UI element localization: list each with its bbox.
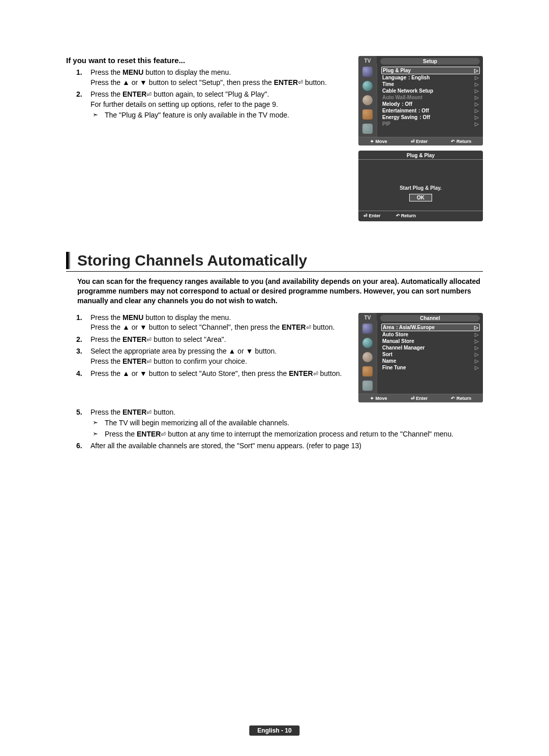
osd-setup-panel: TV Setup Plug & Play▷Language : English▷…	[358, 56, 483, 146]
osd-setup-hints: ✦ Move ⏎ Enter ↶ Return	[358, 137, 483, 146]
s2-step-3: Select the appropriate area by pressing …	[76, 346, 348, 366]
enter-icon	[146, 357, 151, 365]
chevron-right-icon: ▷	[475, 358, 479, 364]
osd-menu-item: Melody : Off▷	[381, 101, 480, 107]
enter-icon	[306, 323, 311, 331]
channel-icon	[362, 95, 373, 105]
setup-icon	[362, 109, 373, 120]
osd-plugplay-panel: Plug & Play Start Plug & Play. OK ⏎ Ente…	[358, 151, 483, 221]
reset-instructions: If you want to reset this feature... Pre…	[66, 56, 348, 221]
osd-channel-hints: ✦ Move ⏎ Enter ↶ Return	[358, 394, 483, 402]
s2-note-2: Press the ENTER button at any time to in…	[90, 429, 483, 440]
reset-step-2: Press the ENTER button again, to select …	[76, 90, 348, 121]
osd-menu-item: PIP▷	[381, 121, 480, 127]
osd-menu-item: Area : Asia/W.Europe▷	[381, 324, 480, 331]
chevron-right-icon: ▷	[475, 88, 479, 94]
section-intro: You can scan for the frequency ranges av…	[66, 277, 483, 306]
osd-menu-item: Manual Store▷	[381, 338, 480, 344]
osd-menu-item: Cable Network Setup▷	[381, 88, 480, 94]
osd-tv-label: TV	[358, 313, 377, 321]
s2-step-4: Press the ▲ or ▼ button to select "Auto …	[76, 369, 348, 379]
picture-icon	[362, 67, 373, 77]
osd-sidebar-icons	[358, 64, 377, 137]
chevron-right-icon: ▷	[475, 365, 479, 370]
osd-tv-label: TV	[358, 56, 377, 64]
osd-menu-item: Auto Wall-Mount▷	[381, 94, 480, 101]
osd-menu-item: Entertainment : Off▷	[381, 107, 480, 114]
reset-heading: If you want to reset this feature...	[66, 56, 348, 65]
sound-icon	[362, 81, 373, 91]
enter-icon	[313, 369, 318, 377]
osd-menu-item: Name▷	[381, 358, 480, 364]
osd-menu-item: Sort▷	[381, 351, 480, 358]
osd-menu-item: Energy Saving : Off▷	[381, 114, 480, 121]
chevron-right-icon: ▷	[475, 332, 479, 337]
sound-icon	[362, 338, 373, 348]
input-icon	[362, 124, 373, 134]
chevron-right-icon: ▷	[475, 345, 479, 351]
chevron-right-icon: ▷	[474, 68, 478, 73]
reset-step-1: Press the MENU button to display the men…	[76, 68, 348, 88]
enter-icon	[146, 335, 151, 343]
osd-menu-item: Auto Store▷	[381, 331, 480, 338]
section-title: Storing Channels Automatically	[66, 252, 483, 269]
picture-icon	[362, 324, 373, 334]
s2-step-2: Press the ENTER button to select "Area".	[76, 335, 348, 345]
osd-sidebar-icons	[358, 321, 377, 394]
s2-step-5: Press the ENTER button. The TV will begi…	[76, 408, 483, 440]
chevron-right-icon: ▷	[475, 338, 479, 344]
setup-icon	[362, 366, 373, 376]
osd-menu-item: Plug & Play▷	[381, 67, 480, 74]
osd-plugplay-msg: Start Plug & Play.	[358, 185, 483, 191]
s2-note-1: The TV will begin memorizing all of the …	[90, 418, 483, 428]
page-footer: English - 10	[249, 725, 299, 736]
channel-icon	[362, 352, 373, 362]
s2-step-6: After all the available channels are sto…	[76, 441, 483, 451]
osd-menu-item: Fine Tune▷	[381, 364, 480, 371]
chevron-right-icon: ▷	[475, 75, 479, 80]
osd-plugplay-hints: ⏎ Enter ↶ Return	[358, 211, 483, 221]
osd-plugplay-title: Plug & Play	[358, 151, 483, 158]
enter-icon	[298, 78, 303, 86]
enter-icon	[146, 408, 151, 416]
osd-channel-title: Channel	[380, 315, 480, 322]
osd-setup-title: Setup	[380, 58, 480, 65]
chevron-right-icon: ▷	[475, 101, 479, 107]
chevron-right-icon: ▷	[475, 108, 479, 113]
chevron-right-icon: ▷	[475, 81, 479, 87]
chevron-right-icon: ▷	[475, 95, 479, 100]
osd-menu-item: Channel Manager▷	[381, 344, 480, 351]
osd-channel-panel: TV Channel Area : Asia/W.Europe▷Auto Sto…	[358, 313, 483, 402]
chevron-right-icon: ▷	[474, 325, 478, 330]
input-icon	[362, 381, 373, 391]
enter-icon	[146, 90, 151, 98]
osd-menu-item: Language : English▷	[381, 74, 480, 81]
enter-icon	[161, 430, 166, 438]
osd-plugplay-ok: OK	[409, 194, 432, 201]
chevron-right-icon: ▷	[475, 121, 479, 127]
reset-note: The "Plug & Play" feature is only availa…	[90, 110, 348, 121]
chevron-right-icon: ▷	[475, 114, 479, 120]
s2-step-1: Press the MENU button to display the men…	[76, 313, 348, 333]
osd-menu-item: Time▷	[381, 81, 480, 88]
chevron-right-icon: ▷	[475, 352, 479, 357]
